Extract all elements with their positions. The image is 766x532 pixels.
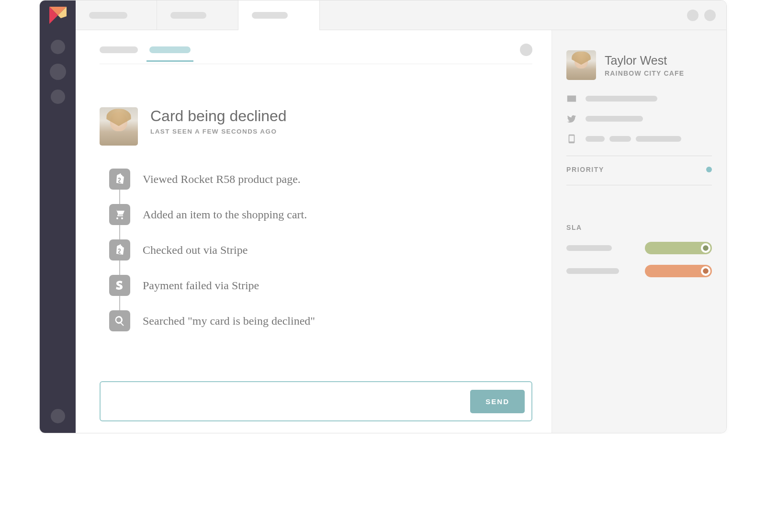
sla-row: [566, 242, 712, 254]
search-icon: [109, 310, 130, 331]
customer-org: RAINBOW CITY CAFE: [605, 69, 684, 77]
top-tab-2[interactable]: [157, 0, 238, 30]
kayako-logo-icon: [48, 6, 68, 25]
sidebar-nav-1[interactable]: [51, 40, 65, 54]
customer-name: Taylor West: [605, 54, 684, 68]
shopify-icon: [109, 239, 130, 260]
clock-icon: [702, 268, 709, 274]
clock-icon: [702, 245, 709, 251]
info-email: [566, 93, 712, 104]
phone-icon: [566, 134, 577, 144]
window-control-1[interactable]: [687, 10, 698, 21]
content-area: Card being declined LAST SEEN A FEW SECO…: [76, 30, 726, 433]
subtab-2-active[interactable]: [149, 46, 191, 53]
sidebar-nav-bottom[interactable]: [51, 409, 65, 423]
sla-section: SLA: [566, 224, 712, 277]
requester-avatar: [100, 107, 138, 146]
window-control-2[interactable]: [704, 10, 716, 21]
subtab-action[interactable]: [520, 44, 532, 56]
priority-indicator: [706, 167, 712, 172]
info-email-value: [586, 96, 657, 102]
timeline-text: Checked out via Stripe: [143, 244, 248, 257]
timeline-text: Viewed Rocket R58 product page.: [143, 173, 301, 186]
sla-indicator-warn[interactable]: [645, 265, 712, 277]
info-phone: [566, 134, 712, 144]
info-phone-seg: [586, 136, 605, 142]
customer-info-list: [566, 93, 712, 144]
email-icon: [566, 93, 577, 104]
subtab-1[interactable]: [100, 46, 138, 53]
ticket-title: Card being declined: [150, 107, 287, 125]
ticket-last-seen: LAST SEEN A FEW SECONDS AGO: [150, 128, 287, 135]
sla-name: [566, 245, 612, 251]
priority-label: PRIORITY: [566, 166, 604, 173]
info-twitter-value: [586, 116, 643, 122]
conversation-subtabs: [100, 44, 532, 64]
send-button[interactable]: SEND: [470, 390, 525, 413]
customer-details-panel: Taylor West RAINBOW CITY CAFE: [552, 30, 726, 433]
sidebar-nav-3[interactable]: [51, 90, 65, 104]
timeline-item: Payment failed via Stripe: [109, 275, 532, 310]
sla-row: [566, 265, 712, 277]
sidebar-nav-2[interactable]: [50, 64, 66, 80]
sla-label: SLA: [566, 224, 712, 231]
customer-header: Taylor West RAINBOW CITY CAFE: [566, 50, 712, 80]
timeline-item: Checked out via Stripe: [109, 239, 532, 275]
customer-avatar: [566, 50, 596, 80]
app-logo[interactable]: [40, 0, 76, 30]
top-tab-3-active[interactable]: [238, 0, 320, 30]
cart-icon: [109, 204, 130, 225]
priority-section[interactable]: PRIORITY: [566, 166, 712, 173]
sla-name: [566, 268, 619, 274]
ticket-header: Card being declined LAST SEEN A FEW SECO…: [100, 107, 532, 146]
info-twitter: [566, 113, 712, 124]
timeline-item: Added an item to the shopping cart.: [109, 204, 532, 239]
conversation-pane: Card being declined LAST SEEN A FEW SECO…: [76, 30, 552, 433]
nav-sidebar: [40, 0, 76, 433]
timeline-text: Added an item to the shopping cart.: [143, 208, 307, 221]
timeline-item: Viewed Rocket R58 product page.: [109, 169, 532, 204]
reply-composer[interactable]: SEND: [100, 381, 532, 421]
top-tab-1[interactable]: [76, 0, 157, 30]
timeline-text: Payment failed via Stripe: [143, 279, 259, 292]
app-window: Card being declined LAST SEEN A FEW SECO…: [39, 0, 727, 433]
twitter-icon: [566, 113, 577, 124]
activity-timeline: Viewed Rocket R58 product page. Added an…: [109, 169, 532, 346]
stripe-icon: [109, 275, 130, 296]
timeline-item: Searched "my card is being declined": [109, 310, 532, 346]
info-phone-seg: [609, 136, 631, 142]
window-controls: [687, 10, 716, 21]
timeline-text: Searched "my card is being declined": [143, 315, 315, 328]
top-bar: [76, 0, 726, 30]
info-phone-seg: [636, 136, 681, 142]
sla-indicator-ok[interactable]: [645, 242, 712, 254]
shopify-icon: [109, 169, 130, 190]
